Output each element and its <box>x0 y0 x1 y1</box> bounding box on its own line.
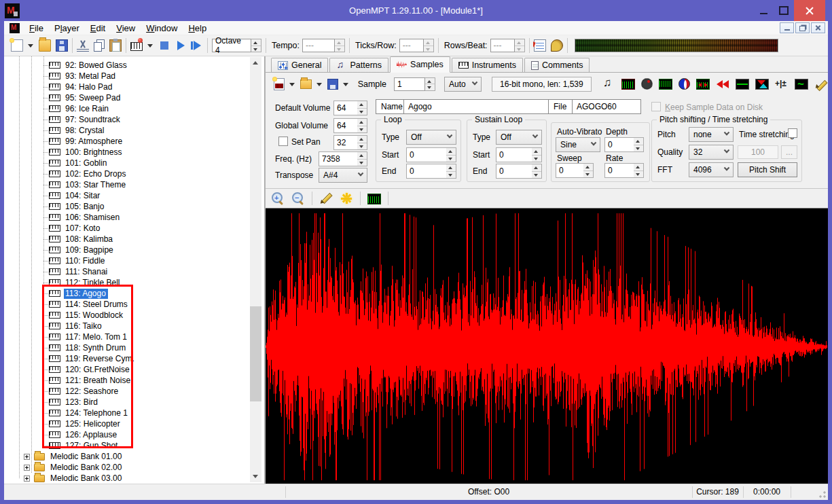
mdi-document-icon[interactable] <box>10 23 20 33</box>
sustain-start-spinner[interactable]: 0 <box>496 147 542 162</box>
time-stretching-checkbox[interactable] <box>788 128 797 138</box>
vibrato-depth-spinner[interactable]: 0 <box>604 137 644 152</box>
tree-item-instrument[interactable]: 94: Halo Pad <box>4 82 249 92</box>
octave-spinner[interactable] <box>251 39 261 52</box>
sustain-end-spinner[interactable]: 0 <box>496 164 542 179</box>
loop-start-spinner[interactable]: 0 <box>406 147 456 162</box>
menu-item[interactable]: View <box>111 22 141 35</box>
tree-item-instrument[interactable]: 118: Synth Drum <box>4 342 249 353</box>
waveform-display[interactable] <box>266 209 827 484</box>
vibrato-type-combo[interactable]: Sine <box>556 137 600 152</box>
tree-item-instrument[interactable]: 124: Telephone 1 <box>4 408 249 418</box>
mdi-restore-button[interactable] <box>795 22 810 33</box>
loop-type-combo[interactable]: Off <box>406 130 456 145</box>
tree-item-instrument[interactable]: 109: Bagpipe <box>4 245 249 255</box>
tree-item-instrument[interactable]: 110: Fiddle <box>4 255 249 266</box>
stereo-icon[interactable] <box>679 78 690 90</box>
scroll-down-arrow[interactable] <box>250 471 261 482</box>
tree-item-instrument[interactable]: 93: Metal Pad <box>4 71 249 82</box>
expand-icon[interactable] <box>24 475 30 482</box>
loop-end-spinner[interactable]: 0 <box>406 164 456 179</box>
sample-mode-combo[interactable]: Auto <box>444 77 482 92</box>
minimize-button[interactable] <box>753 0 774 21</box>
sample-number-spinner[interactable] <box>425 77 435 91</box>
vibrato-sweep-spinner[interactable]: 0 <box>556 163 594 178</box>
vibrato-rate-spinner[interactable]: 0 <box>604 163 644 178</box>
dropdown-arrow[interactable] <box>147 39 153 52</box>
view-tab[interactable]: Patterns <box>329 58 388 72</box>
mdi-minimize-button[interactable] <box>780 22 794 33</box>
midi-piano-icon[interactable] <box>130 42 143 51</box>
tree-item-instrument[interactable]: 113: Agogo <box>4 288 249 299</box>
tree-item-instrument[interactable]: 125: Helicopter <box>4 418 249 429</box>
tree-item-instrument[interactable]: 92: Bowed Glass <box>4 60 249 71</box>
sustain-type-combo[interactable]: Off <box>496 130 542 145</box>
octave-control[interactable]: Octave 4 <box>212 39 261 52</box>
tree-item-instrument[interactable]: 97: Soundtrack <box>4 114 249 125</box>
plugin-icon[interactable] <box>551 39 563 52</box>
tree-item-instrument[interactable]: 100: Brightness <box>4 147 249 158</box>
expand-icon[interactable] <box>24 454 30 460</box>
sample-number-field[interactable]: 1 <box>394 77 425 91</box>
tree-item-instrument[interactable]: 102: Echo Drops <box>4 168 249 179</box>
tree-item-instrument[interactable]: 117: Melo. Tom 1 <box>4 331 249 342</box>
new-file-icon[interactable] <box>11 39 23 52</box>
tempo-value[interactable]: --- <box>302 39 335 52</box>
wave-display-icon[interactable] <box>367 194 381 204</box>
global-volume-spinner[interactable]: 64 <box>333 118 367 133</box>
tree-item-instrument[interactable]: 114: Steel Drums <box>4 299 249 310</box>
pencil-icon[interactable] <box>319 192 333 205</box>
menu-item[interactable]: Window <box>141 22 183 35</box>
tree-item-instrument[interactable]: 123: Bird <box>4 397 249 408</box>
play-icon[interactable] <box>177 41 185 50</box>
view-tab[interactable]: Comments <box>524 58 590 72</box>
dropdown-arrow[interactable] <box>28 39 34 52</box>
tree-item-instrument[interactable]: 119: Reverse Cym. <box>4 353 249 364</box>
tree-item-instrument[interactable]: 111: Shanai <box>4 266 249 277</box>
note-icon[interactable] <box>602 79 615 90</box>
play-pattern-icon[interactable] <box>194 41 201 50</box>
fft-combo[interactable]: 4096 <box>689 162 734 177</box>
tree-item-instrument[interactable]: 96: Ice Rain <box>4 103 249 114</box>
save-sample-dropdown-arrow[interactable] <box>343 78 349 90</box>
stop-icon[interactable] <box>160 41 168 50</box>
transpose-combo[interactable]: A#4 <box>319 168 367 183</box>
tree-item-instrument[interactable]: 99: Atmosphere <box>4 136 249 147</box>
copy-icon[interactable] <box>94 42 102 52</box>
tree-item-instrument[interactable]: 95: Sweep Pad <box>4 92 249 103</box>
cut-icon[interactable] <box>77 39 89 52</box>
view-tab[interactable]: Instruments <box>452 58 523 72</box>
paste-icon[interactable] <box>109 39 122 52</box>
tree-item-instrument[interactable]: 101: Goblin <box>4 158 249 168</box>
tree-item-instrument[interactable]: 107: Koto <box>4 223 249 234</box>
tree-item-instrument[interactable]: 98: Crystal <box>4 125 249 136</box>
tree-item-instrument[interactable]: 122: Seashore <box>4 386 249 397</box>
maximize-button[interactable] <box>774 0 794 21</box>
tree-item-instrument[interactable]: 103: Star Theme <box>4 179 249 190</box>
rows-per-beat-value[interactable]: --- <box>490 39 515 52</box>
save-sample-icon[interactable] <box>327 79 338 90</box>
zoom-in-icon[interactable]: + <box>271 192 285 205</box>
default-volume-spinner[interactable]: 64 <box>333 101 367 115</box>
tree-item-instrument[interactable]: 108: Kalimba <box>4 234 249 245</box>
menu-item[interactable]: Edit <box>85 22 111 35</box>
tree-item-instrument[interactable]: 126: Applause <box>4 429 249 440</box>
pan-spinner[interactable]: 32 <box>333 135 367 150</box>
generate-icon[interactable] <box>340 192 353 205</box>
menu-item[interactable]: File <box>24 22 49 35</box>
tree-item-folder[interactable]: Melodic Bank 02.00 <box>4 462 249 473</box>
save-icon[interactable] <box>56 39 68 52</box>
tree-item-instrument[interactable]: 104: Sitar <box>4 190 249 201</box>
amplify-icon[interactable] <box>641 78 653 90</box>
quality-combo[interactable]: 32 <box>689 145 734 160</box>
dc-offset-icon[interactable] <box>659 79 672 90</box>
title-bar[interactable]: OpenMPT 1.29.11.00 - [Module1*] <box>0 0 832 21</box>
menu-item[interactable]: Help <box>183 22 212 35</box>
scroll-up-arrow[interactable] <box>250 57 261 69</box>
tree-scrollbar[interactable] <box>250 57 261 482</box>
resample-icon[interactable] <box>696 79 710 90</box>
module-tree-panel[interactable]: 92: Bowed Glass 93: Metal Pad 94: Halo P… <box>4 56 265 484</box>
draw-icon[interactable] <box>814 79 828 90</box>
invert-icon[interactable] <box>755 79 769 90</box>
tree-item-instrument[interactable]: 105: Banjo <box>4 201 249 212</box>
